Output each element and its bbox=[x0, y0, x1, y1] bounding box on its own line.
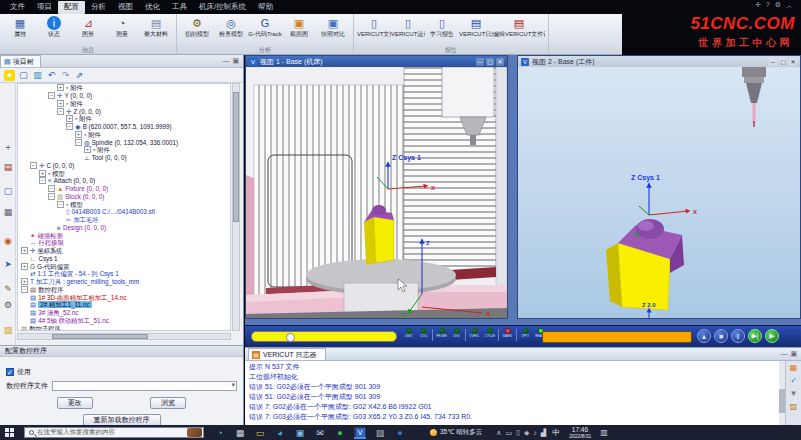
search-highlight-image[interactable] bbox=[187, 428, 202, 437]
cursor-icon[interactable]: ➤ bbox=[2, 258, 14, 270]
stats-icon[interactable]: ▥ bbox=[32, 70, 43, 81]
vericut-file-summary-button[interactable]: ▯VERICUT文件汇总 bbox=[357, 15, 391, 38]
tree-item[interactable]: ✶碰撞检测 bbox=[18, 231, 230, 239]
logger-minimize-icon[interactable]: — bbox=[780, 350, 787, 358]
section-view-button[interactable]: ▣截面图 bbox=[282, 15, 316, 38]
machine-3d-view[interactable]: Z Csys 1 X Z Y X bbox=[246, 67, 507, 318]
view-2-titlebar[interactable]: V 视图 2 - Base (工件) ─ ▢ ✕ bbox=[518, 56, 800, 67]
tree-item[interactable]: −▤数控程序 bbox=[18, 286, 230, 294]
tree-expander[interactable]: − bbox=[57, 108, 64, 115]
tree-expander[interactable]: + bbox=[84, 146, 91, 153]
view-2-workpiece-window[interactable]: V 视图 2 - Base (工件) ─ ▢ ✕ bbox=[517, 55, 801, 319]
tree-item[interactable]: −✛Z (0, 0, 0) bbox=[18, 107, 230, 115]
wechat-icon[interactable]: ● bbox=[334, 427, 346, 439]
change-button[interactable]: 更改 bbox=[57, 397, 93, 409]
log-export-icon[interactable]: ▨ bbox=[790, 402, 798, 412]
redo-icon[interactable]: ↷ bbox=[60, 70, 71, 81]
tree-item[interactable]: ∟Csys 1 bbox=[18, 255, 230, 263]
mail-icon[interactable]: ✉ bbox=[314, 427, 326, 439]
tree-item[interactable]: ⊥Tool (0, 0, 0) bbox=[18, 154, 230, 162]
tree-item[interactable]: ■Design (0, 0, 0) bbox=[18, 224, 230, 232]
menu-tab-8[interactable]: 机床/控制系统 bbox=[193, 1, 252, 14]
logger-float-icon[interactable]: ▣ bbox=[790, 350, 797, 358]
view-1-titlebar[interactable]: V 视图 1 - Base (机床) ─ ▢ ✕ bbox=[246, 56, 507, 67]
weather-widget[interactable]: 35℃ 晴转多云 bbox=[430, 428, 482, 437]
tree-expander[interactable]: − bbox=[48, 193, 55, 200]
single-step-button[interactable]: ▶| bbox=[748, 329, 762, 343]
machine-display-icon[interactable]: ▢ bbox=[18, 70, 29, 81]
start-button[interactable] bbox=[5, 428, 17, 438]
view-2-minimize-icon[interactable]: ─ bbox=[769, 58, 777, 66]
tree-item[interactable]: ▤2# 精加工1_11.nc bbox=[18, 301, 230, 309]
vericut-motion-button[interactable]: ▯VERICUT运动 bbox=[391, 15, 425, 38]
graphs-button[interactable]: ⊿图形 bbox=[71, 15, 105, 38]
settings-gear-icon[interactable]: ⚙ bbox=[775, 1, 781, 11]
workpiece-3d-view[interactable]: Z Csys 1 X Z 2.0 bbox=[518, 67, 800, 318]
play-button[interactable]: ▶ bbox=[765, 329, 779, 343]
tree-item[interactable]: −◍Spindle (0, 132.054, 336.0001) bbox=[18, 138, 230, 146]
browse-button[interactable]: 浏览 bbox=[150, 397, 186, 409]
pause-button[interactable]: ‖ bbox=[731, 329, 745, 343]
log-filter-icon[interactable]: ▼ bbox=[790, 389, 798, 399]
tree-item[interactable]: ▤4# 5轴 联动精加工_51.nc bbox=[18, 317, 230, 325]
tray-icon-2[interactable]: ▭ bbox=[505, 429, 512, 437]
taskbar-clock[interactable]: 17:46 2022/8/31 bbox=[568, 427, 592, 439]
tree-item[interactable]: +▪附件 bbox=[18, 84, 230, 92]
log-ok-icon[interactable]: ✓ bbox=[790, 376, 797, 386]
tree-expander[interactable]: + bbox=[39, 170, 46, 177]
collapse-ribbon-icon[interactable]: ︿ bbox=[786, 1, 793, 11]
tree-expander[interactable]: + bbox=[57, 84, 64, 91]
taskbar-search[interactable]: 在这里输入你要搜索的内容 bbox=[24, 427, 204, 438]
status-button[interactable]: i状态 bbox=[37, 15, 71, 38]
inspect-model-button[interactable]: ◎检查模型 bbox=[214, 15, 248, 38]
display-icon[interactable]: ▢ bbox=[2, 185, 14, 197]
tree-item[interactable]: −▪模型 bbox=[18, 200, 230, 208]
view-1-close-icon[interactable]: ✕ bbox=[496, 58, 504, 66]
tree-item[interactable]: +▪附件 bbox=[18, 131, 230, 139]
view-1-minimize-icon[interactable]: ─ bbox=[476, 58, 484, 66]
task-view-icon[interactable]: ▦ bbox=[234, 427, 246, 439]
snapshot-camera-icon[interactable]: ◉ bbox=[2, 235, 14, 247]
tray-icon-5[interactable]: ♪ bbox=[533, 429, 537, 436]
notification-center-icon[interactable]: ▥ bbox=[600, 428, 608, 437]
tree-item[interactable]: +T加工刀具 : generic_milling_tools_mm bbox=[18, 278, 230, 286]
view-1-maximize-icon[interactable]: ▢ bbox=[486, 58, 494, 66]
tree-expander[interactable]: − bbox=[66, 123, 73, 130]
tree-item[interactable]: +▪附件 bbox=[18, 115, 230, 123]
to-start-button[interactable]: ▲ bbox=[697, 329, 711, 343]
folder-icon[interactable]: ▨ bbox=[2, 324, 14, 336]
tree-expander[interactable]: − bbox=[75, 139, 82, 146]
ime-indicator[interactable]: 中 bbox=[552, 428, 560, 438]
menu-tab-3[interactable]: 配置 bbox=[58, 1, 85, 14]
customize-icon[interactable]: ✛ bbox=[755, 1, 761, 11]
blue-app-icon[interactable]: ● bbox=[394, 427, 406, 439]
max-material-button[interactable]: ▤最大材料 bbox=[139, 15, 173, 38]
vericut-icon[interactable]: V bbox=[354, 427, 366, 439]
speed-slider-knob[interactable] bbox=[286, 333, 295, 342]
tree-item[interactable]: ⇄1:1 工作偏置 - 54 - 到 Csys 1 bbox=[18, 270, 230, 278]
configure-mouse-icon[interactable]: ● bbox=[4, 70, 15, 81]
print-icon[interactable]: ▤ bbox=[2, 161, 14, 173]
help-icon[interactable]: ? bbox=[766, 1, 770, 11]
cortana-icon[interactable]: ◔ bbox=[214, 427, 226, 439]
menu-tab-2[interactable]: 项目 bbox=[31, 1, 58, 14]
tree-item[interactable]: ▤3# 清角_52.nc bbox=[18, 309, 230, 317]
tree-item[interactable]: +▪附件 bbox=[18, 146, 230, 154]
tree-expander[interactable]: − bbox=[48, 92, 55, 99]
stop-button[interactable]: ■ bbox=[714, 329, 728, 343]
tree-item[interactable]: −◉B (620.0007, 557.5, 1091.9999) bbox=[18, 123, 230, 131]
tree-expander[interactable]: − bbox=[48, 185, 55, 192]
menu-tab-7[interactable]: 工具 bbox=[166, 1, 193, 14]
tray-icon-3[interactable]: ▯ bbox=[516, 429, 520, 437]
edit-icon[interactable]: ✎ bbox=[2, 283, 14, 295]
menu-tab-9[interactable]: 帮助 bbox=[252, 1, 279, 14]
use-checkbox[interactable]: ✓ bbox=[6, 368, 14, 376]
tree-expander[interactable]: + bbox=[75, 131, 82, 138]
tree-vertical-scrollbar[interactable] bbox=[232, 83, 240, 331]
tree-item[interactable]: ▤1# 3D-曲面精加工粗加工_14.nc bbox=[18, 293, 230, 301]
forward-icon[interactable]: ⇗ bbox=[74, 70, 85, 81]
tree-expander[interactable]: − bbox=[39, 177, 46, 184]
properties-button[interactable]: ▦属性 bbox=[3, 15, 37, 38]
edge-icon[interactable]: ◕ bbox=[274, 427, 286, 439]
tray-icon-1[interactable]: ∧ bbox=[496, 429, 501, 437]
